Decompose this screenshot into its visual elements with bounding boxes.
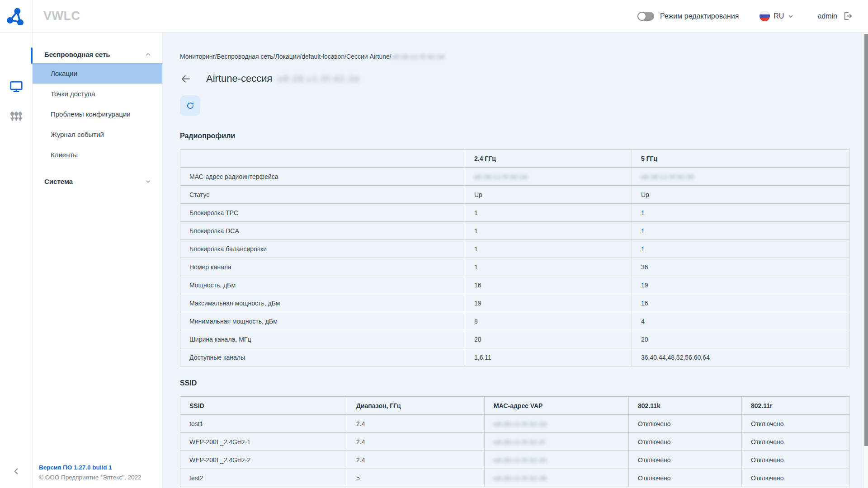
ssid-80211k: Отключено: [629, 469, 742, 487]
row-label: Номер канала: [180, 258, 465, 276]
value-2-4ghz: 1: [465, 222, 632, 240]
column-header-vap-mac: МАС-адрес VAP: [485, 397, 629, 415]
username: admin: [817, 12, 837, 20]
sidebar-item-clients[interactable]: Клиенты: [33, 145, 162, 165]
value-5ghz: 4: [632, 312, 849, 330]
radio-profiles-heading: Радиопрофили: [180, 132, 849, 140]
ssid-80211k: Отключено: [629, 451, 742, 469]
value-2-4ghz: 19: [465, 294, 632, 312]
sidebar-item-event-log[interactable]: Журнал событий: [33, 124, 162, 145]
redacted-mac: e8:28:c1:0f:42:35: [641, 174, 694, 180]
column-header-ssid: SSID: [180, 397, 347, 415]
language-selector[interactable]: RU: [760, 11, 794, 21]
firmware-version-link[interactable]: Версия ПО 1.27.0 build 1: [39, 464, 158, 471]
radio-profile-row: Доступные каналы1,6,1136,40,44,48,52,56,…: [180, 348, 849, 366]
chevron-up-icon: [145, 51, 151, 58]
sidebar-menu: Беспроводная сеть Локации Точки доступа …: [33, 33, 163, 488]
topbar: Режим редактирования RU admin: [163, 0, 868, 33]
radio-profile-row: СтатусUpUp: [180, 186, 849, 204]
ssid-vap-mac: e8:28:c1:0f:42:30: [485, 451, 629, 469]
value-5ghz: 1: [632, 240, 849, 258]
ssid-80211r: Отключено: [742, 451, 849, 469]
brand-cell: VWLC: [33, 0, 163, 33]
ssid-table: SSID Диапазон, ГГц МАС-адрес VAP 802.11k…: [180, 396, 849, 487]
ssid-band: 2.4: [347, 415, 485, 433]
value-5ghz: 36,40,44,48,52,56,60,64: [632, 348, 849, 366]
value-5ghz: 20: [632, 330, 849, 348]
section-label: Система: [44, 178, 73, 185]
radio-profiles-header-row: 2.4 ГГц 5 ГГц: [180, 150, 849, 168]
ssid-name: test2: [180, 469, 347, 487]
russian-flag-icon: [760, 11, 770, 21]
settings-sliders-icon[interactable]: [9, 109, 23, 123]
ssid-row: test12.4e8:28:c1:0f:42:2dОтключеноОтключ…: [180, 415, 849, 433]
title-row: Airtune-сессия e8:28:c1:0f:42:2d: [180, 73, 849, 84]
redacted-mac: e8:28:c1:0f:42:36: [494, 475, 547, 482]
column-header-80211r: 802.11r: [742, 397, 849, 415]
language-code: RU: [774, 12, 784, 20]
row-label: МАС-адрес радиоинтерфейса: [180, 168, 465, 186]
value-5ghz: 36: [632, 258, 849, 276]
row-label: Мощность, дБм: [180, 276, 465, 294]
column-header-5ghz: 5 ГГц: [632, 150, 849, 168]
redacted-mac: e8:28:c1:0f:42:2f: [494, 439, 545, 446]
icon-rail: [0, 33, 33, 488]
ssid-name: test1: [180, 415, 347, 433]
vwlc-logo-icon: [7, 7, 25, 25]
ssid-80211r: Отключено: [742, 433, 849, 451]
ssid-band: 2.4: [347, 451, 485, 469]
vertical-scrollbar: [864, 33, 868, 488]
app-title: VWLC: [43, 9, 80, 23]
scrollbar-thumb[interactable]: [864, 34, 868, 446]
column-header-2-4ghz: 2.4 ГГц: [465, 150, 632, 168]
radio-profile-row: Блокировка балансировки11: [180, 240, 849, 258]
ssid-band: 5: [347, 469, 485, 487]
value-2-4ghz: 16: [465, 276, 632, 294]
ssid-80211r: Отключено: [742, 469, 849, 487]
back-arrow-button[interactable]: [180, 73, 191, 84]
column-header-band: Диапазон, ГГц: [347, 397, 485, 415]
monitoring-icon[interactable]: [9, 80, 23, 94]
value-2-4ghz: Up: [465, 186, 632, 204]
value-2-4ghz: 1,6,11: [465, 348, 632, 366]
radio-profile-row: Блокировка DCA11: [180, 222, 849, 240]
row-label: Ширина канала, МГц: [180, 330, 465, 348]
value-5ghz: 19: [632, 276, 849, 294]
value-2-4ghz: 1: [465, 258, 632, 276]
sidebar-collapse-button[interactable]: [11, 466, 21, 476]
row-label: Минимальная мощность, дБм: [180, 312, 465, 330]
sidebar-section-wireless[interactable]: Беспроводная сеть: [33, 45, 162, 63]
ssid-heading: SSID: [180, 379, 849, 387]
ssid-row: WEP-200L_2.4GHz-22.4e8:28:c1:0f:42:30Отк…: [180, 451, 849, 469]
value-5ghz: e8:28:c1:0f:42:35: [632, 168, 849, 186]
logo-cell: [0, 0, 33, 33]
ssid-vap-mac: e8:28:c1:0f:42:2f: [485, 433, 629, 451]
sidebar-item-locations[interactable]: Локации: [33, 63, 162, 84]
radio-profile-row: Номер канала136: [180, 258, 849, 276]
ssid-vap-mac: e8:28:c1:0f:42:36: [485, 469, 629, 487]
refresh-button[interactable]: [180, 95, 200, 116]
breadcrumb-redacted-mac: e8:28:c1:0f:42:2d: [392, 53, 444, 60]
title-redacted-mac: e8:28:c1:0f:42:2d: [278, 74, 360, 84]
sidebar-item-config-problems[interactable]: Проблемы конфигурации: [33, 104, 162, 124]
radio-profile-row: Максимальная мощность, дБм1916: [180, 294, 849, 312]
ssid-row: test25e8:28:c1:0f:42:36ОтключеноОтключен…: [180, 469, 849, 487]
ssid-name: WEP-200L_2.4GHz-2: [180, 451, 347, 469]
toolbar: [180, 95, 849, 116]
logout-button[interactable]: [842, 11, 853, 21]
ssid-vap-mac: e8:28:c1:0f:42:2d: [485, 415, 629, 433]
edit-mode-toggle[interactable]: Режим редактирования: [637, 12, 739, 21]
column-header-empty: [180, 150, 465, 168]
radio-profile-row: Блокировка TPC11: [180, 204, 849, 222]
value-2-4ghz: 20: [465, 330, 632, 348]
radio-profile-row: МАС-адрес радиоинтерфейсаe8:28:c1:0f:42:…: [180, 168, 849, 186]
section-label: Беспроводная сеть: [44, 51, 110, 58]
sidebar-section-system[interactable]: Система: [33, 171, 162, 192]
redacted-mac: e8:28:c1:0f:42:30: [494, 457, 547, 464]
value-5ghz: 1: [632, 204, 849, 222]
sidebar-item-access-points[interactable]: Точки доступа: [33, 84, 162, 104]
toggle-switch-icon[interactable]: [637, 12, 654, 21]
value-5ghz: 1: [632, 222, 849, 240]
value-5ghz: Up: [632, 186, 849, 204]
radio-profile-row: Минимальная мощность, дБм84: [180, 312, 849, 330]
